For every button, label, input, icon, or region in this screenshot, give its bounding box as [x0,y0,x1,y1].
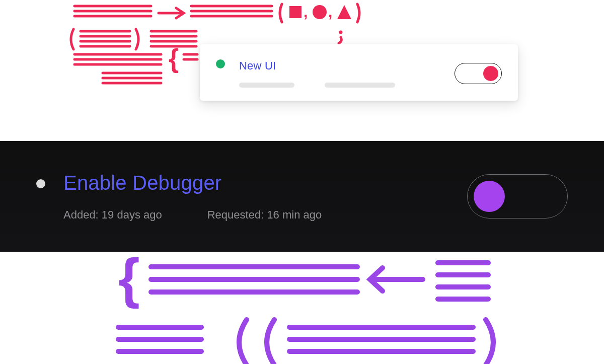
feature-title: Enable Debugger [63,172,467,194]
feature-meta-placeholder [239,83,444,88]
feature-toggle[interactable] [467,174,568,219]
svg-point-9 [313,5,327,19]
feature-title: New UI [239,59,444,72]
svg-point-20 [339,31,343,34]
svg-marker-11 [337,5,351,19]
meta-placeholder [239,83,294,88]
toggle-knob [483,66,498,81]
status-dot-active [216,59,225,68]
svg-text:,: , [304,4,308,20]
toggle-knob [474,181,505,212]
code-decoration-purple: { [0,252,604,364]
status-dot-inactive [36,179,45,188]
feature-card-enable-debugger: Enable Debugger Added: 19 days ago Reque… [0,141,604,252]
feature-meta-added: Added: 19 days ago [63,208,162,222]
feature-card-new-ui: New UI [200,44,518,101]
meta-placeholder [325,83,395,88]
svg-text:{: { [169,44,179,73]
svg-rect-7 [289,6,301,18]
svg-text:{: { [118,252,140,309]
svg-text:,: , [328,4,332,20]
feature-toggle[interactable] [455,63,502,84]
feature-meta-requested: Requested: 16 min ago [207,208,322,222]
